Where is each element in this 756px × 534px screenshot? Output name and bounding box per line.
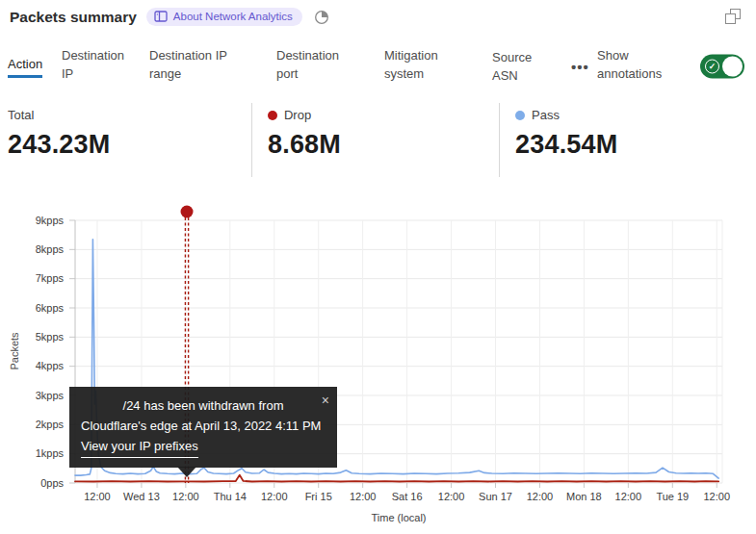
tab-bar: Source ASNMitigation systemDestination p…	[8, 40, 748, 92]
y-tick-label: 2kpps	[4, 419, 64, 430]
annotation-tooltip: × /24 has been withdrawn from Cloudflare…	[69, 387, 337, 468]
tab-action[interactable]: Action	[8, 55, 42, 78]
view-ip-prefixes-link[interactable]: View your IP prefixes	[81, 436, 198, 458]
stat-label: Total	[8, 108, 251, 122]
y-tick-label: 8kpps	[4, 243, 64, 255]
time-range-pie-icon[interactable]	[314, 10, 329, 25]
expand-icon-front-square	[725, 13, 736, 24]
stat-value: 243.23M	[8, 130, 251, 160]
y-tick-label: 3kpps	[4, 390, 64, 401]
tooltip-caret	[177, 467, 196, 477]
y-tick-label: 9kpps	[4, 215, 64, 226]
toggle-check-icon: ✓	[705, 59, 719, 73]
panel-header: Packets summary About Network Analytics	[10, 8, 329, 26]
tab-destination-ip[interactable]: Destination IP	[62, 46, 139, 83]
y-tick-label: 0pps	[4, 477, 64, 489]
show-annotations-label: Show annotations	[597, 46, 680, 83]
tooltip-line1: /24 has been withdrawn from	[81, 395, 326, 416]
stat-value: 234.54M	[515, 130, 748, 160]
tab-destination-port[interactable]: Destination port	[276, 46, 357, 83]
stat-total: Total243.23M	[8, 103, 251, 177]
show-annotations-toggle[interactable]: ✓	[700, 55, 744, 79]
stat-label: Drop	[268, 108, 499, 122]
pass-series-dot	[515, 111, 525, 120]
x-axis-title: Time (local)	[75, 512, 722, 523]
stat-pass: Pass234.54M	[499, 103, 748, 177]
tooltip-line2: Cloudflare's edge at April 13, 2022 4:11…	[81, 416, 326, 436]
y-tick-label: 6kpps	[4, 302, 64, 314]
stat-value: 8.68M	[268, 130, 499, 160]
toggle-knob	[722, 57, 743, 77]
tab-source-asn[interactable]: Source ASN	[492, 48, 550, 85]
drop-series-dot	[268, 111, 277, 120]
y-tick-label: 5kpps	[4, 331, 64, 343]
page-title: Packets summary	[10, 9, 137, 26]
tab-destination-ip-range[interactable]: Destination IP range	[149, 46, 249, 83]
y-tick-label: 7kpps	[4, 272, 64, 284]
expand-panel-icon[interactable]	[725, 9, 741, 24]
chart-plot-area	[0, 200, 756, 534]
stat-label: Pass	[515, 108, 748, 122]
packets-chart: Packets Time (local) × /24 has been with…	[0, 200, 756, 534]
tab-mitigation-system[interactable]: Mitigation system	[384, 46, 461, 83]
x-tick-label: 12:00	[683, 491, 750, 502]
stat-drop: Drop8.68M	[251, 103, 499, 177]
about-badge-label: About Network Analytics	[173, 11, 293, 22]
stats-row: Total243.23MDrop8.68MPass234.54M	[8, 103, 748, 177]
tooltip-close-icon[interactable]: ×	[322, 391, 329, 411]
more-tabs-button[interactable]: •••	[571, 59, 589, 75]
book-icon	[154, 11, 168, 22]
y-tick-label: 1kpps	[4, 447, 64, 459]
about-network-analytics-badge[interactable]: About Network Analytics	[146, 8, 302, 26]
y-tick-label: 4kpps	[4, 360, 64, 371]
